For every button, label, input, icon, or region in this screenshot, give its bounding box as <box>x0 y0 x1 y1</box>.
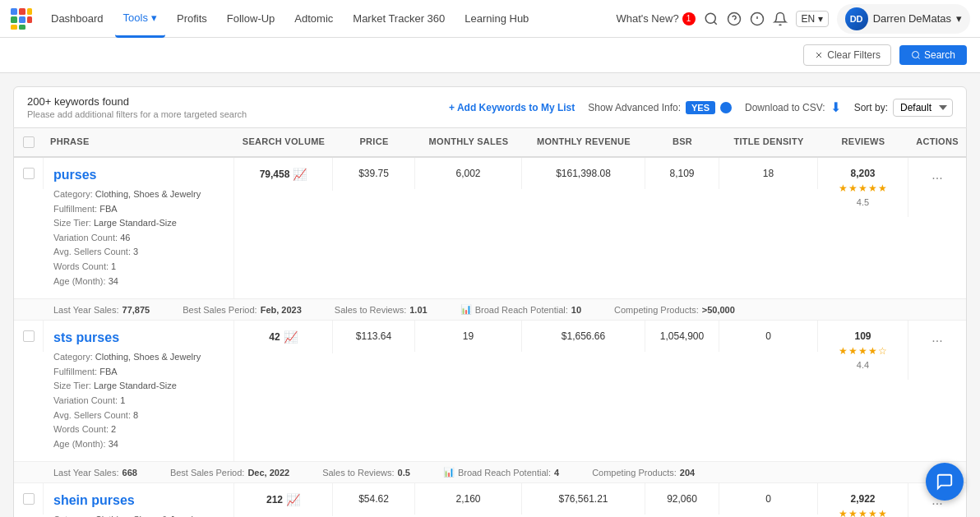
last-year-sales-purses: Last Year Sales: 77,875 <box>53 305 150 315</box>
svg-point-16 <box>912 52 918 58</box>
keyword-title-purses[interactable]: purses <box>53 168 96 182</box>
sales-to-reviews-sts: Sales to Reviews: 0.5 <box>322 468 410 478</box>
actions-sts: ··· <box>908 321 966 362</box>
reviews-purses: 8,203 ★★★★★ 4.5 <box>818 158 908 217</box>
header-checkbox-col <box>14 128 44 156</box>
keyword-meta-shein-purses: Category: Clothing, Shoes & Jewelry Fulf… <box>53 513 201 517</box>
nav-dashboard[interactable]: Dashboard <box>43 0 112 38</box>
row-select-checkbox[interactable] <box>23 168 35 179</box>
row-footer-sts: Last Year Sales: 668 Best Sales Period: … <box>14 461 966 482</box>
results-count: 200+ keywords found <box>27 95 436 108</box>
row-select-checkbox[interactable] <box>23 493 35 505</box>
broad-reach-sts: 📊 Broad Reach Potential: 4 <box>443 467 559 478</box>
row-checkbox-sts-purses <box>14 321 44 352</box>
broad-reach-purses: 📊 Broad Reach Potential: 10 <box>460 304 581 315</box>
col-title-density: TITLE DENSITY <box>719 128 818 156</box>
keyword-title-shein-purses[interactable]: shein purses <box>53 493 135 508</box>
nav-learning-hub[interactable]: Learning Hub <box>456 0 537 38</box>
actions-menu-button-sts[interactable]: ··· <box>925 330 949 352</box>
main-content: 200+ keywords found Please add additiona… <box>0 73 980 517</box>
price-sts: $113.64 <box>333 321 415 352</box>
whats-new-button[interactable]: What's New? 1 <box>616 12 695 25</box>
monthly-sales-purses: 6,002 <box>415 158 522 189</box>
results-note: Please add additional filters for a more… <box>27 109 436 119</box>
notifications-button[interactable] <box>773 12 788 26</box>
title-density-sts: 0 <box>719 321 818 352</box>
col-price: PRICE <box>333 128 415 156</box>
svg-rect-6 <box>11 25 17 30</box>
row-checkbox-shein-purses <box>14 483 44 515</box>
download-csv-section: Download to CSV: ⬇ <box>745 99 841 115</box>
app-logo[interactable] <box>10 7 33 30</box>
nav-market-tracker[interactable]: Market Tracker 360 <box>344 0 453 38</box>
help-button[interactable] <box>727 12 742 26</box>
stars-purses: ★★★★★ <box>839 182 887 194</box>
chat-button[interactable] <box>926 463 964 501</box>
keyword-meta-sts-purses: Category: Clothing, Shoes & Jewelry Fulf… <box>53 350 201 451</box>
help2-button[interactable] <box>750 12 765 26</box>
monthly-sales-sts: 19 <box>415 321 522 352</box>
actions-purses: ··· <box>908 158 966 199</box>
svg-rect-1 <box>19 8 25 15</box>
svg-rect-7 <box>19 25 25 30</box>
show-advanced-toggle: Show Advanced Info: YES <box>588 101 732 114</box>
keyword-title-sts-purses[interactable]: sts purses <box>53 330 119 345</box>
bsr-shein: 92,060 <box>645 483 719 515</box>
search-vol-shein: 212 📈 <box>234 483 333 516</box>
trend-icon-shein: 📈 <box>286 493 300 506</box>
select-all-checkbox[interactable] <box>23 136 35 148</box>
results-header: 200+ keywords found Please add additiona… <box>13 86 967 128</box>
competing-products-purses: Competing Products: >50,000 <box>614 305 735 315</box>
bsr-purses: 8,109 <box>645 158 719 189</box>
price-shein: $54.62 <box>333 483 415 515</box>
price-purses: $39.75 <box>333 158 415 189</box>
toggle-dot[interactable] <box>720 102 732 113</box>
row-main-purses: purses Category: Clothing, Shoes & Jewel… <box>14 158 966 298</box>
stars-shein: ★★★★★ <box>839 508 887 517</box>
phrase-cell-shein-purses: shein purses Category: Clothing, Shoes &… <box>44 483 234 517</box>
clear-filters-button[interactable]: Clear Filters <box>803 44 891 66</box>
nav-followup[interactable]: Follow-Up <box>219 0 284 38</box>
search-button[interactable]: Search <box>899 45 967 65</box>
svg-rect-2 <box>27 8 32 15</box>
bar-chart-icon: 📊 <box>460 304 472 315</box>
svg-rect-5 <box>27 16 32 23</box>
review-count-sts: 109 <box>854 330 871 342</box>
reviews-shein: 2,922 ★★★★★ 4.5 <box>818 483 908 517</box>
row-select-checkbox[interactable] <box>23 330 35 342</box>
nav-profits[interactable]: Profits <box>169 0 215 38</box>
col-phrase: PHRASE <box>44 128 234 156</box>
rating-purses: 4.5 <box>857 197 869 207</box>
best-sales-period-sts: Best Sales Period: Dec, 2022 <box>170 468 289 478</box>
title-density-shein: 0 <box>719 483 818 515</box>
download-icon[interactable]: ⬇ <box>830 99 841 115</box>
bsr-sts: 1,054,900 <box>645 321 719 352</box>
sales-to-reviews-purses: Sales to Reviews: 1.01 <box>335 305 428 315</box>
language-selector[interactable]: EN ▾ <box>796 11 829 27</box>
add-keywords-button[interactable]: + Add Keywords to My List <box>449 102 575 113</box>
table-row: purses Category: Clothing, Shoes & Jewel… <box>14 158 966 321</box>
sort-select[interactable]: Default <box>893 99 953 117</box>
rating-sts: 4.4 <box>857 360 869 370</box>
bar-chart-icon-sts: 📊 <box>443 467 455 478</box>
nav-tools[interactable]: Tools ▾ <box>115 0 165 38</box>
svg-rect-3 <box>11 16 17 23</box>
review-count-shein: 2,922 <box>850 493 875 505</box>
search-vol-sts: 42 📈 <box>234 321 333 353</box>
stars-sts: ★★★★☆ <box>839 345 887 357</box>
row-main-sts-purses: sts purses Category: Clothing, Shoes & J… <box>14 321 966 461</box>
search-nav-button[interactable] <box>704 12 719 26</box>
review-count-purses: 8,203 <box>850 168 875 179</box>
search-vol-purses: 79,458 📈 <box>234 158 333 191</box>
results-info: 200+ keywords found Please add additiona… <box>27 95 436 119</box>
col-monthly-revenue: MONTHLY REVENUE <box>522 128 645 156</box>
user-menu[interactable]: DD Darren DeMatas ▾ <box>837 4 970 34</box>
table-header: PHRASE SEARCH VOLUME PRICE MONTHLY SALES… <box>14 128 966 158</box>
toggle-yes-badge[interactable]: YES <box>686 101 715 114</box>
actions-menu-button-purses[interactable]: ··· <box>925 168 949 189</box>
row-main-shein-purses: shein purses Category: Clothing, Shoes &… <box>14 483 966 517</box>
monthly-sales-shein: 2,160 <box>415 483 522 515</box>
row-footer-purses: Last Year Sales: 77,875 Best Sales Perio… <box>14 298 966 320</box>
nav-adtomic[interactable]: Adtomic <box>286 0 341 38</box>
trend-icon-sts: 📈 <box>284 330 298 344</box>
